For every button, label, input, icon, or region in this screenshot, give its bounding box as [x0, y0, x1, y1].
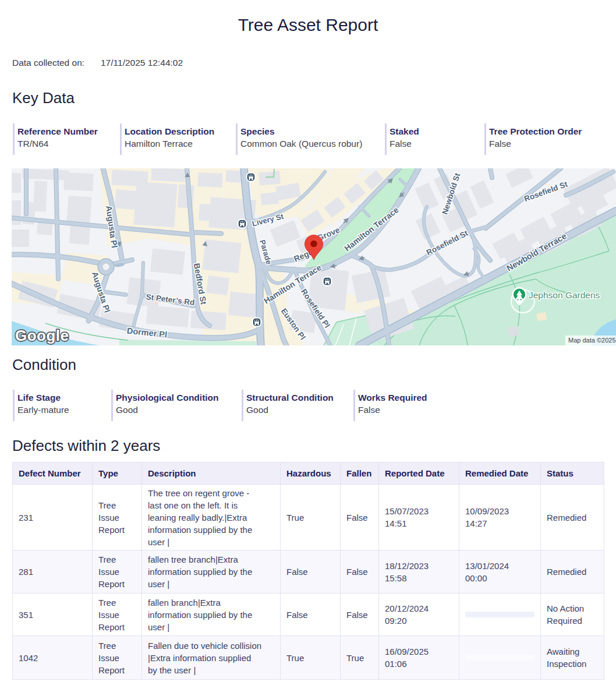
svg-text:Google: Google — [15, 327, 69, 344]
svg-text:Map data ©2025: Map data ©2025 — [568, 337, 616, 344]
svg-text:Jephson Gardens: Jephson Gardens — [529, 290, 600, 300]
